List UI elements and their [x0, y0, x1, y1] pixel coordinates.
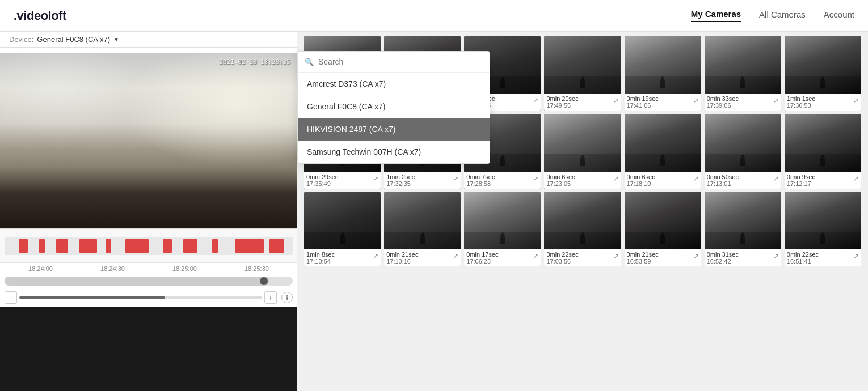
- video-thumb-r2-2[interactable]: 0min 17sec17:06:23↗: [464, 192, 541, 266]
- thumb-time-r0-3: 17:49:55: [546, 102, 613, 109]
- thumb-time-r1-0: 17:35:49: [306, 180, 373, 187]
- thumb-duration-r1-1: 1min 2sec: [386, 173, 453, 180]
- timeline-track[interactable]: [5, 237, 293, 255]
- zoom-out-button[interactable]: −: [5, 291, 17, 304]
- video-thumb-r0-6[interactable]: 1min 1sec17:36:50↗: [785, 36, 861, 110]
- thumb-duration-r2-5: 0min 31sec: [707, 251, 773, 258]
- thumb-duration-r1-0: 0min 29sec: [306, 173, 373, 180]
- thumb-time-r1-4: 17:18:10: [627, 180, 693, 187]
- timeline-bar[interactable]: [0, 229, 297, 263]
- dropdown-item-samsung[interactable]: Samsung Techwin 007H (CA x7): [298, 141, 490, 163]
- thumb-export-r2-4[interactable]: ↗: [693, 252, 699, 260]
- thumb-time-r1-6: 17:12:17: [787, 180, 853, 187]
- video-thumb-r1-4[interactable]: 0min 6sec17:18:10↗: [625, 114, 701, 188]
- timeline-activity-5: [106, 239, 111, 253]
- thumb-export-r1-3[interactable]: ↗: [613, 175, 619, 182]
- thumb-duration-r0-4: 0min 19sec: [627, 95, 693, 102]
- thumb-duration-r1-3: 0min 6sec: [546, 173, 613, 180]
- timeline-activity-6: [125, 239, 149, 253]
- thumb-duration-r0-5: 0min 33sec: [707, 95, 773, 102]
- thumb-duration-r1-2: 0min 7sec: [466, 173, 533, 180]
- nav-account[interactable]: Account: [824, 10, 854, 22]
- thumb-export-r1-4[interactable]: ↗: [693, 175, 699, 182]
- thumb-time-r0-6: 17:36:50: [787, 102, 853, 109]
- thumb-duration-r1-4: 0min 6sec: [627, 173, 693, 180]
- timeline-controls: − + ℹ: [0, 288, 297, 307]
- thumb-export-r0-6[interactable]: ↗: [853, 96, 859, 104]
- dropdown-item-amcrest[interactable]: Amcrest D373 (CA x7): [298, 73, 490, 95]
- timeline-section: 18:24:00 18:24:30 18:25:00 18:25:30 − + …: [0, 228, 297, 307]
- zoom-slider-fill: [19, 296, 165, 299]
- device-label-text: Device:: [9, 35, 33, 44]
- video-thumb-r2-6[interactable]: 0min 22sec16:51:41↗: [785, 192, 861, 266]
- video-thumb-r2-3[interactable]: 0min 22sec17:03:56↗: [544, 192, 621, 266]
- timeline-activity-8: [183, 239, 197, 253]
- thumb-duration-r2-6: 0min 22sec: [787, 251, 853, 258]
- video-thumb-r0-3[interactable]: 0min 20sec17:49:55↗: [544, 36, 621, 110]
- thumb-time-r2-0: 17:10:54: [306, 258, 373, 265]
- video-thumb-r2-5[interactable]: 0min 31sec16:52:42↗: [705, 192, 781, 266]
- thumb-export-r0-3[interactable]: ↗: [613, 96, 619, 104]
- thumb-export-r2-0[interactable]: ↗: [373, 252, 378, 260]
- timeline-activity-4: [79, 239, 96, 253]
- thumb-time-r2-5: 16:52:42: [707, 258, 773, 265]
- thumb-export-r1-5[interactable]: ↗: [773, 175, 779, 182]
- nav-my-cameras[interactable]: My Cameras: [691, 9, 741, 22]
- thumb-export-r0-5[interactable]: ↗: [773, 96, 779, 104]
- thumb-duration-r0-6: 1min 1sec: [787, 95, 853, 102]
- thumb-export-r1-1[interactable]: ↗: [453, 175, 458, 182]
- thumb-export-r2-5[interactable]: ↗: [773, 252, 779, 260]
- thumb-export-r1-2[interactable]: ↗: [533, 175, 538, 182]
- dropdown-search-container: 🔍: [298, 52, 490, 73]
- thumb-duration-r2-2: 0min 17sec: [466, 251, 533, 258]
- thumb-export-r2-6[interactable]: ↗: [853, 252, 859, 260]
- thumb-export-r2-1[interactable]: ↗: [453, 252, 458, 260]
- timeline-activity-1: [19, 239, 27, 253]
- timeline-activity-10: [235, 239, 264, 253]
- zoom-slider[interactable]: [19, 296, 262, 299]
- video-thumb-r1-3[interactable]: 0min 6sec17:23:05↗: [544, 114, 621, 188]
- video-thumb-r0-5[interactable]: 0min 33sec17:39:06↗: [705, 36, 781, 110]
- device-selector-bar: Device: General F0C8 (CA x7) ▼: [0, 32, 297, 48]
- thumb-time-r2-4: 16:53:59: [627, 258, 693, 265]
- thumb-export-r0-2[interactable]: ↗: [533, 96, 538, 104]
- video-thumb-r2-0[interactable]: 1min 8sec17:10:54↗: [304, 192, 381, 266]
- device-name-display[interactable]: General F0C8 (CA x7): [37, 35, 110, 44]
- video-thumb-r1-5[interactable]: 0min 50sec17:13:01↗: [705, 114, 781, 188]
- chevron-down-icon[interactable]: ▼: [113, 36, 119, 42]
- timeline-label-2: 18:24:30: [100, 265, 125, 272]
- search-input[interactable]: [318, 57, 483, 66]
- thumb-duration-r2-4: 0min 21sec: [627, 251, 693, 258]
- video-thumb-r2-4[interactable]: 0min 21sec16:53:59↗: [625, 192, 701, 266]
- mini-timeline-handle[interactable]: [260, 277, 268, 285]
- thumb-export-r1-6[interactable]: ↗: [853, 175, 859, 182]
- dropdown-item-general[interactable]: General F0C8 (CA x7): [298, 95, 490, 118]
- video-thumb-r1-6[interactable]: 0min 9sec17:12:17↗: [785, 114, 861, 188]
- thumb-export-r0-4[interactable]: ↗: [693, 96, 699, 104]
- thumb-time-r2-1: 17:10:16: [386, 258, 453, 265]
- nav-all-cameras[interactable]: All Cameras: [759, 10, 806, 22]
- timeline-activity-2: [39, 239, 45, 253]
- video-timestamp: 2021-02-18 18:28:35: [219, 58, 290, 66]
- thumb-time-r2-6: 16:51:41: [787, 258, 853, 265]
- thumb-export-r2-3[interactable]: ↗: [613, 252, 619, 260]
- video-thumb-r0-4[interactable]: 0min 19sec17:41:06↗: [625, 36, 701, 110]
- zoom-in-button[interactable]: +: [264, 291, 277, 304]
- thumb-duration-r2-1: 0min 21sec: [386, 251, 453, 258]
- video-grid-row-3: 1min 8sec17:10:54↗0min 21sec17:10:16↗0mi…: [304, 192, 861, 266]
- timeline-label-4: 18:25:30: [245, 265, 269, 272]
- thumb-time-r0-5: 17:39:06: [707, 102, 773, 109]
- timeline-activity-3: [56, 239, 68, 253]
- mini-timeline-fill: [5, 277, 269, 286]
- video-thumb-r2-1[interactable]: 0min 21sec17:10:16↗: [384, 192, 461, 266]
- info-button[interactable]: ℹ: [281, 292, 293, 303]
- camera-view: 2021-02-18 18:28:35: [0, 53, 297, 228]
- thumb-time-r0-4: 17:41:06: [627, 102, 693, 109]
- timeline-activity-11: [269, 239, 284, 253]
- dropdown-item-hikvision[interactable]: HIKVISION 2487 (CA x7): [298, 118, 490, 141]
- thumb-export-r2-2[interactable]: ↗: [533, 252, 538, 260]
- thumb-export-r1-0[interactable]: ↗: [373, 175, 378, 182]
- mini-timeline[interactable]: [5, 277, 293, 286]
- thumb-duration-r2-0: 1min 8sec: [306, 251, 373, 258]
- thumb-time-r2-3: 17:03:56: [546, 258, 613, 265]
